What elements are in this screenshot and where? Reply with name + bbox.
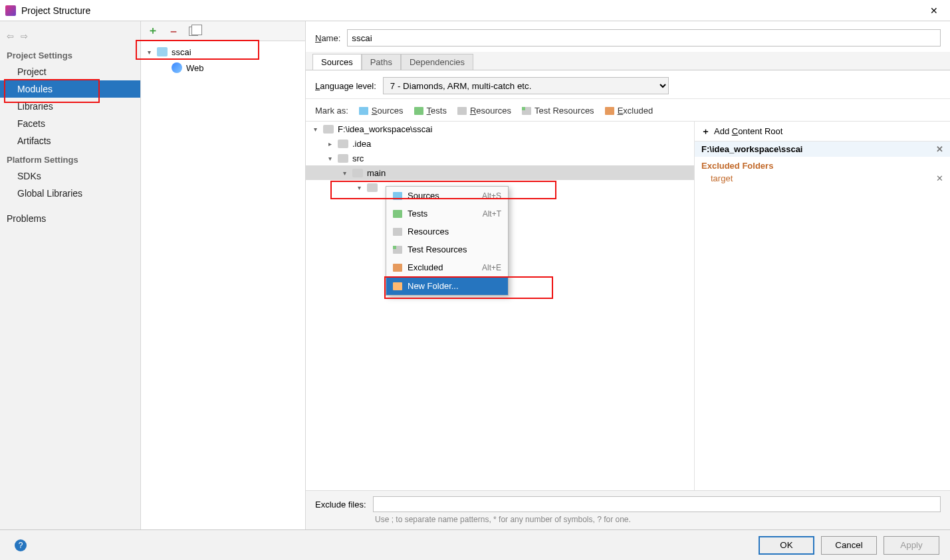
remove-root-icon[interactable]: ✕ [936, 144, 943, 154]
chevron-down-icon[interactable]: ▾ [311, 126, 319, 133]
nav-sdks[interactable]: SDKs [0, 167, 140, 185]
chevron-down-icon[interactable]: ▾ [355, 184, 363, 191]
folder-icon [338, 140, 348, 148]
folder-icon [352, 169, 363, 177]
nav-libraries[interactable]: Libraries [0, 98, 140, 115]
tree-idea[interactable]: .idea [352, 139, 371, 149]
module-child-web[interactable]: Web [186, 63, 204, 73]
module-tree[interactable]: ▾ sscai Web [141, 41, 305, 529]
chevron-right-icon[interactable]: ▸ [326, 140, 334, 147]
folder-icon [338, 154, 348, 163]
chevron-down-icon[interactable]: ▾ [326, 155, 334, 162]
copy-module-icon[interactable] [189, 27, 198, 36]
content-roots-panel: ＋Add Content Root F:\idea_workspace\ssca… [694, 122, 950, 490]
nav-global-libraries[interactable]: Global Libraries [0, 185, 140, 202]
add-module-icon[interactable]: ＋ [148, 24, 158, 38]
nav-back-icon[interactable]: ⇦ [7, 31, 14, 41]
app-icon [5, 5, 16, 16]
nav-facets[interactable]: Facets [0, 115, 140, 132]
ctx-sources[interactable]: SourcesAlt+S [386, 187, 508, 205]
mark-as-row: Mark as: Sources Tests Resources Test Re… [306, 99, 950, 121]
tree-main[interactable]: main [367, 168, 386, 178]
excluded-folders-title: Excluded Folders [695, 157, 950, 172]
web-facet-icon [172, 62, 182, 73]
cancel-button[interactable]: Cancel [821, 536, 877, 555]
tree-src[interactable]: src [352, 153, 364, 163]
language-level-label: Language level: [315, 81, 376, 91]
tab-sources[interactable]: Sources [312, 54, 362, 70]
module-folder-icon [157, 47, 168, 56]
ctx-excluded[interactable]: ExcludedAlt+E [386, 258, 508, 276]
tab-dependencies[interactable]: Dependencies [401, 54, 473, 70]
mark-excluded[interactable]: Excluded [605, 106, 653, 116]
folder-icon [323, 125, 334, 134]
add-content-root[interactable]: ＋Add Content Root [695, 122, 950, 141]
group-platform-settings: Platform Settings [0, 149, 140, 167]
excluded-folder-item[interactable]: target✕ [695, 172, 950, 185]
nav-modules[interactable]: Modules [0, 80, 140, 98]
left-nav: ⇦ ⇨ Project Settings Project Modules Lib… [0, 21, 141, 529]
exclude-files-input[interactable] [373, 496, 941, 512]
module-toolbar: ＋ － [141, 21, 305, 41]
ctx-tests[interactable]: TestsAlt+T [386, 205, 508, 223]
module-name-input[interactable] [347, 29, 941, 47]
window-title: Project Structure [21, 5, 923, 16]
content-root-item[interactable]: F:\idea_workspace\sscai✕ [695, 141, 950, 157]
folder-icon [367, 183, 378, 192]
remove-module-icon[interactable]: － [168, 23, 179, 39]
close-icon[interactable]: ✕ [923, 3, 945, 19]
mark-resources[interactable]: Resources [457, 106, 511, 116]
tab-paths[interactable]: Paths [362, 54, 401, 70]
exclude-files-hint: Use ; to separate name patterns, * for a… [306, 515, 950, 529]
titlebar: Project Structure ✕ [0, 0, 950, 21]
mark-test-resources[interactable]: Test Resources [522, 106, 594, 116]
mark-sources[interactable]: Sources [359, 106, 404, 116]
ctx-new-folder[interactable]: New Folder... [386, 277, 508, 295]
chevron-down-icon[interactable]: ▾ [340, 169, 348, 177]
tree-content-root[interactable]: F:\idea_workspace\sscai [338, 124, 432, 134]
detail-tabs: Sources Paths Dependencies [306, 52, 950, 70]
remove-excluded-icon[interactable]: ✕ [936, 173, 943, 183]
language-level-select[interactable]: 7 - Diamonds, ARM, multi-catch etc. [383, 77, 669, 94]
nav-problems[interactable]: Problems [0, 210, 140, 227]
module-root-label[interactable]: sscai [172, 47, 191, 57]
nav-artifacts[interactable]: Artifacts [0, 132, 140, 149]
apply-button[interactable]: Apply [884, 536, 939, 555]
group-project-settings: Project Settings [0, 45, 140, 63]
ctx-resources[interactable]: Resources [386, 223, 508, 240]
mark-tests[interactable]: Tests [414, 106, 447, 116]
dialog-footer: ? OK Cancel Apply [0, 529, 950, 560]
module-column: ＋ － ▾ sscai Web [141, 21, 306, 529]
chevron-down-icon[interactable]: ▾ [145, 48, 153, 56]
help-icon[interactable]: ? [15, 539, 27, 551]
nav-project[interactable]: Project [0, 63, 140, 80]
source-tree[interactable]: ▾F:\idea_workspace\sscai ▸.idea ▾src ▾ma… [306, 122, 694, 490]
nav-forward-icon[interactable]: ⇨ [21, 31, 28, 41]
name-label: Name: [315, 33, 340, 43]
mark-as-label: Mark as: [315, 106, 348, 116]
ctx-test-resources[interactable]: Test Resources [386, 240, 508, 258]
exclude-files-label: Exclude files: [315, 500, 366, 510]
context-menu: SourcesAlt+S TestsAlt+T Resources Test R… [386, 186, 509, 296]
ok-button[interactable]: OK [759, 536, 814, 555]
